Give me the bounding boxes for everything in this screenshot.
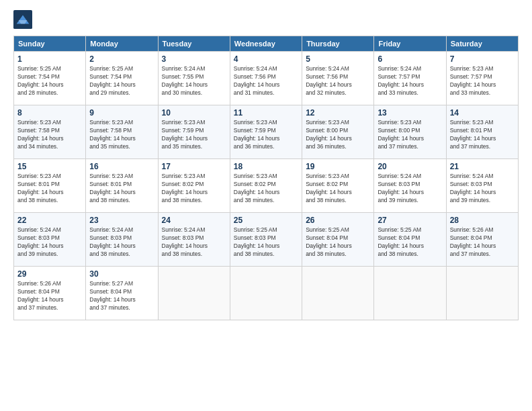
- day-info: Sunrise: 5:23 AM Sunset: 8:00 PM Dayligh…: [306, 119, 370, 151]
- calendar-cell: 6Sunrise: 5:24 AM Sunset: 7:57 PM Daylig…: [374, 52, 446, 105]
- day-number: 30: [89, 269, 154, 279]
- weekday-header-sunday: Sunday: [14, 36, 86, 52]
- day-number: 17: [162, 162, 226, 171]
- header: [13, 10, 519, 29]
- calendar-cell: 19Sunrise: 5:23 AM Sunset: 8:02 PM Dayli…: [302, 159, 374, 213]
- day-info: Sunrise: 5:23 AM Sunset: 8:01 PM Dayligh…: [17, 173, 82, 205]
- calendar-week-3: 15Sunrise: 5:23 AM Sunset: 8:01 PM Dayli…: [14, 159, 519, 213]
- day-info: Sunrise: 5:23 AM Sunset: 8:01 PM Dayligh…: [89, 173, 154, 205]
- day-number: 20: [378, 162, 442, 171]
- day-number: 23: [89, 216, 154, 225]
- calendar-cell: 10Sunrise: 5:23 AM Sunset: 7:59 PM Dayli…: [158, 105, 230, 159]
- day-info: Sunrise: 5:24 AM Sunset: 8:03 PM Dayligh…: [378, 173, 442, 205]
- calendar-cell: [302, 267, 374, 320]
- calendar-cell: 29Sunrise: 5:26 AM Sunset: 8:04 PM Dayli…: [14, 267, 86, 320]
- page: SundayMondayTuesdayWednesdayThursdayFrid…: [0, 0, 532, 411]
- calendar-week-2: 8Sunrise: 5:23 AM Sunset: 7:58 PM Daylig…: [14, 105, 519, 159]
- calendar-table: SundayMondayTuesdayWednesdayThursdayFrid…: [13, 36, 519, 320]
- day-number: 2: [89, 54, 154, 64]
- day-info: Sunrise: 5:24 AM Sunset: 8:03 PM Dayligh…: [89, 226, 154, 259]
- day-info: Sunrise: 5:25 AM Sunset: 7:54 PM Dayligh…: [17, 65, 82, 97]
- day-number: 4: [234, 54, 298, 64]
- calendar-cell: 2Sunrise: 5:25 AM Sunset: 7:54 PM Daylig…: [86, 52, 158, 105]
- day-info: Sunrise: 5:24 AM Sunset: 8:03 PM Dayligh…: [162, 226, 226, 259]
- day-info: Sunrise: 5:23 AM Sunset: 8:02 PM Dayligh…: [234, 173, 298, 205]
- calendar-week-5: 29Sunrise: 5:26 AM Sunset: 8:04 PM Dayli…: [14, 267, 519, 320]
- day-number: 10: [162, 108, 226, 118]
- calendar-cell: 12Sunrise: 5:23 AM Sunset: 8:00 PM Dayli…: [302, 105, 374, 159]
- day-info: Sunrise: 5:25 AM Sunset: 8:04 PM Dayligh…: [378, 226, 442, 259]
- calendar-cell: [374, 267, 446, 320]
- calendar-cell: 23Sunrise: 5:24 AM Sunset: 8:03 PM Dayli…: [86, 213, 158, 267]
- weekday-header-wednesday: Wednesday: [230, 36, 302, 52]
- calendar-cell: 26Sunrise: 5:25 AM Sunset: 8:04 PM Dayli…: [302, 213, 374, 267]
- day-number: 8: [17, 108, 82, 118]
- calendar-cell: 7Sunrise: 5:23 AM Sunset: 7:57 PM Daylig…: [446, 52, 518, 105]
- day-info: Sunrise: 5:26 AM Sunset: 8:04 PM Dayligh…: [17, 280, 82, 312]
- calendar-cell: 18Sunrise: 5:23 AM Sunset: 8:02 PM Dayli…: [230, 159, 302, 213]
- calendar-cell: 5Sunrise: 5:24 AM Sunset: 7:56 PM Daylig…: [302, 52, 374, 105]
- day-info: Sunrise: 5:23 AM Sunset: 8:01 PM Dayligh…: [450, 119, 515, 151]
- day-info: Sunrise: 5:24 AM Sunset: 7:56 PM Dayligh…: [234, 65, 298, 97]
- day-info: Sunrise: 5:24 AM Sunset: 7:57 PM Dayligh…: [378, 65, 442, 97]
- calendar-cell: 22Sunrise: 5:24 AM Sunset: 8:03 PM Dayli…: [14, 213, 86, 267]
- day-number: 21: [450, 162, 515, 171]
- day-number: 15: [17, 162, 82, 171]
- calendar-cell: 15Sunrise: 5:23 AM Sunset: 8:01 PM Dayli…: [14, 159, 86, 213]
- calendar-cell: 8Sunrise: 5:23 AM Sunset: 7:58 PM Daylig…: [14, 105, 86, 159]
- day-number: 5: [306, 54, 370, 64]
- day-info: Sunrise: 5:24 AM Sunset: 7:55 PM Dayligh…: [162, 65, 226, 97]
- day-number: 18: [234, 162, 298, 171]
- day-info: Sunrise: 5:23 AM Sunset: 7:58 PM Dayligh…: [17, 119, 82, 151]
- day-number: 1: [17, 54, 82, 64]
- day-info: Sunrise: 5:27 AM Sunset: 8:04 PM Dayligh…: [89, 280, 154, 312]
- day-info: Sunrise: 5:24 AM Sunset: 7:56 PM Dayligh…: [306, 65, 370, 97]
- day-number: 3: [162, 54, 226, 64]
- calendar-cell: 25Sunrise: 5:25 AM Sunset: 8:03 PM Dayli…: [230, 213, 302, 267]
- logo: [13, 10, 35, 29]
- calendar-cell: 21Sunrise: 5:24 AM Sunset: 8:03 PM Dayli…: [446, 159, 518, 213]
- calendar-header-row: SundayMondayTuesdayWednesdayThursdayFrid…: [14, 36, 519, 52]
- calendar-cell: 11Sunrise: 5:23 AM Sunset: 7:59 PM Dayli…: [230, 105, 302, 159]
- calendar-cell: 20Sunrise: 5:24 AM Sunset: 8:03 PM Dayli…: [374, 159, 446, 213]
- calendar-cell: 17Sunrise: 5:23 AM Sunset: 8:02 PM Dayli…: [158, 159, 230, 213]
- day-info: Sunrise: 5:26 AM Sunset: 8:04 PM Dayligh…: [450, 226, 515, 259]
- day-info: Sunrise: 5:23 AM Sunset: 7:58 PM Dayligh…: [89, 119, 154, 151]
- day-info: Sunrise: 5:25 AM Sunset: 8:03 PM Dayligh…: [234, 226, 298, 259]
- calendar-cell: 24Sunrise: 5:24 AM Sunset: 8:03 PM Dayli…: [158, 213, 230, 267]
- day-info: Sunrise: 5:24 AM Sunset: 8:03 PM Dayligh…: [17, 226, 82, 259]
- day-number: 28: [450, 216, 515, 225]
- day-number: 12: [306, 108, 370, 118]
- day-info: Sunrise: 5:25 AM Sunset: 8:04 PM Dayligh…: [306, 226, 370, 259]
- day-number: 22: [17, 216, 82, 225]
- day-number: 25: [234, 216, 298, 225]
- day-info: Sunrise: 5:23 AM Sunset: 7:57 PM Dayligh…: [450, 65, 515, 97]
- day-info: Sunrise: 5:25 AM Sunset: 7:54 PM Dayligh…: [89, 65, 154, 97]
- day-number: 29: [17, 269, 82, 279]
- day-number: 7: [450, 54, 515, 64]
- day-number: 19: [306, 162, 370, 171]
- calendar-week-1: 1Sunrise: 5:25 AM Sunset: 7:54 PM Daylig…: [14, 52, 519, 105]
- calendar-cell: 14Sunrise: 5:23 AM Sunset: 8:01 PM Dayli…: [446, 105, 518, 159]
- day-info: Sunrise: 5:24 AM Sunset: 8:03 PM Dayligh…: [450, 173, 515, 205]
- calendar-cell: 1Sunrise: 5:25 AM Sunset: 7:54 PM Daylig…: [14, 52, 86, 105]
- day-info: Sunrise: 5:23 AM Sunset: 7:59 PM Dayligh…: [162, 119, 226, 151]
- calendar-cell: 27Sunrise: 5:25 AM Sunset: 8:04 PM Dayli…: [374, 213, 446, 267]
- logo-icon: [13, 10, 32, 29]
- day-number: 13: [378, 108, 442, 118]
- day-info: Sunrise: 5:23 AM Sunset: 7:59 PM Dayligh…: [234, 119, 298, 151]
- calendar-cell: 28Sunrise: 5:26 AM Sunset: 8:04 PM Dayli…: [446, 213, 518, 267]
- calendar-cell: [446, 267, 518, 320]
- calendar-cell: 9Sunrise: 5:23 AM Sunset: 7:58 PM Daylig…: [86, 105, 158, 159]
- day-number: 27: [378, 216, 442, 225]
- weekday-header-monday: Monday: [86, 36, 158, 52]
- day-info: Sunrise: 5:23 AM Sunset: 8:00 PM Dayligh…: [378, 119, 442, 151]
- day-info: Sunrise: 5:23 AM Sunset: 8:02 PM Dayligh…: [162, 173, 226, 205]
- calendar-cell: [158, 267, 230, 320]
- day-number: 16: [89, 162, 154, 171]
- day-number: 14: [450, 108, 515, 118]
- calendar-cell: 4Sunrise: 5:24 AM Sunset: 7:56 PM Daylig…: [230, 52, 302, 105]
- day-number: 24: [162, 216, 226, 225]
- day-number: 11: [234, 108, 298, 118]
- weekday-header-thursday: Thursday: [302, 36, 374, 52]
